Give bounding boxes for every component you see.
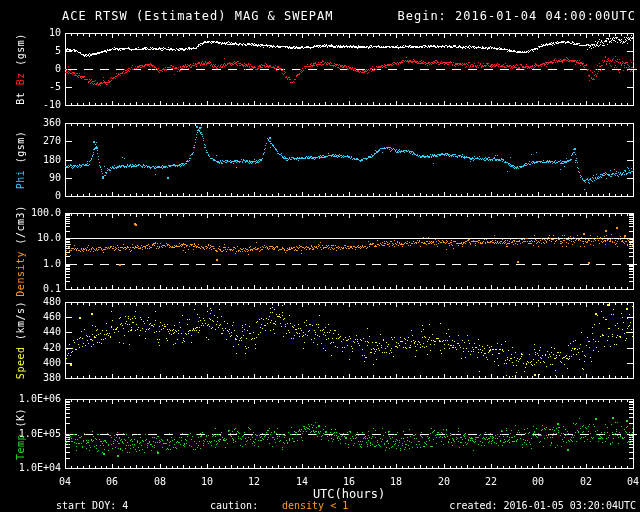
x-tick-label: 04	[618, 477, 640, 487]
y-axis-label-speed: Speed (km/s)	[15, 301, 26, 379]
y-axis-label-part: (km/s)	[15, 301, 26, 340]
y-axis-label-part: Density	[15, 244, 26, 296]
x-tick-label: 14	[287, 477, 317, 487]
footer-start-doy: start DOY: 4	[56, 500, 128, 511]
y-axis-label-density: Density (/cm3)	[15, 205, 26, 296]
x-tick-label: 16	[334, 477, 364, 487]
x-tick-label: 02	[571, 477, 601, 487]
y-axis-label-part: (/cm3)	[15, 205, 26, 244]
y-axis-label-part: Bz	[15, 66, 26, 86]
x-tick-label: 08	[145, 477, 175, 487]
x-tick-label: 06	[97, 477, 127, 487]
x-tick-label: 18	[381, 477, 411, 487]
y-axis-label-phi: Phi (gsm)	[15, 130, 26, 189]
y-axis-label-temp: Temp (K)	[15, 407, 26, 459]
footer-caution-value: density < 1	[282, 500, 348, 511]
y-axis-label-part: Phi	[15, 163, 26, 189]
y-axis-label-part: (K)	[15, 407, 26, 427]
x-axis-title: UTC(hours)	[289, 487, 409, 501]
x-tick-label: 20	[429, 477, 459, 487]
y-axis-label-part: Temp	[15, 427, 26, 460]
y-tick-label: 1.0E+06	[12, 394, 61, 404]
footer-caution-label: caution:	[210, 500, 258, 511]
axis-labels-layer: 1050-5-10Bt Bz (gsm)360270180900Phi (gsm…	[0, 0, 640, 512]
y-axis-label-mag-bt-bz: Bt Bz (gsm)	[15, 33, 26, 105]
x-tick-label: 04	[50, 477, 80, 487]
y-axis-label-part: (gsm)	[15, 33, 26, 66]
x-tick-label: 10	[192, 477, 222, 487]
y-tick-label: 1.0E+04	[12, 463, 61, 473]
y-axis-label-part: Bt	[15, 85, 26, 105]
footer-created: created: 2016-01-05 03:20:04UTC	[449, 500, 636, 511]
y-tick-label: 360	[12, 118, 61, 128]
ace-rtsw-plot: ACE RTSW (Estimated) MAG & SWEPAM Begin:…	[0, 0, 640, 512]
y-axis-label-part: (gsm)	[15, 130, 26, 163]
y-tick-label: 0	[12, 191, 61, 201]
x-tick-label: 12	[239, 477, 269, 487]
x-tick-label: 22	[476, 477, 506, 487]
x-tick-label: 00	[523, 477, 553, 487]
y-axis-label-part: Speed	[15, 340, 26, 379]
